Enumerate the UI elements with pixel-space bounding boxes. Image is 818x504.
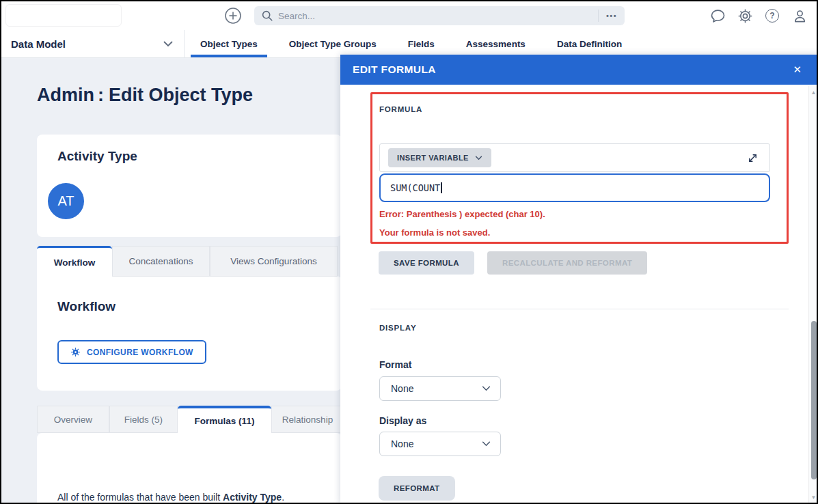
- chevron-down-icon: [482, 441, 491, 447]
- scroll-down-arrow[interactable]: ▼: [809, 494, 818, 501]
- module-nav-row: Data Model Object Types Object Type Grou…: [1, 30, 817, 58]
- settings-button[interactable]: [737, 8, 753, 24]
- active-tab-underline: [191, 55, 267, 57]
- user-menu-button[interactable]: [791, 8, 808, 24]
- detail-tab-bar: Overview Fields (5) Formulas (11) Relati…: [37, 406, 344, 433]
- search-more-button[interactable]: •••: [598, 10, 625, 22]
- tab-concatenations[interactable]: Concatenations: [112, 246, 210, 277]
- display-as-select[interactable]: None: [379, 432, 501, 456]
- edit-formula-panel: EDIT FORMULA ✕ FORMULA INSERT VARIABLE: [340, 55, 818, 504]
- search-bar[interactable]: •••: [254, 6, 625, 25]
- module-selector[interactable]: Data Model: [1, 30, 185, 57]
- panel-body: FORMULA INSERT VARIABLE: [340, 85, 818, 504]
- top-bar: ••• ?: [1, 1, 817, 30]
- page-title: Admin:Edit Object Type: [37, 85, 253, 106]
- help-button[interactable]: ?: [764, 8, 780, 24]
- formulas-note: All of the formulas that have been built…: [57, 492, 284, 503]
- messages-button[interactable]: [709, 8, 726, 24]
- tab-object-types[interactable]: Object Types: [185, 30, 273, 57]
- topbar-icon-group: ?: [709, 1, 808, 30]
- gear-icon: [70, 347, 81, 357]
- formula-error-message: Error: Parenthesis ) expected (char 10).: [379, 209, 545, 219]
- avatar: AT: [48, 183, 84, 219]
- tab-fields-count[interactable]: Fields (5): [109, 406, 178, 433]
- tab-fields[interactable]: Fields: [392, 30, 450, 57]
- scroll-thumb[interactable]: [811, 321, 817, 479]
- activity-type-title: Activity Type: [57, 149, 137, 164]
- tab-assessments[interactable]: Assessments: [450, 30, 541, 57]
- module-tabs: Object Types Object Type Groups Fields A…: [185, 30, 638, 57]
- reformat-button[interactable]: REFORMAT: [379, 476, 455, 501]
- configure-workflow-button[interactable]: CONFIGURE WORKFLOW: [57, 340, 206, 364]
- save-formula-button[interactable]: SAVE FORMULA: [379, 251, 474, 275]
- chevron-down-icon: [482, 386, 491, 391]
- formula-input[interactable]: SUM(COUNT: [379, 173, 770, 202]
- tab-relationship[interactable]: Relationship: [271, 406, 344, 433]
- tab-workflow[interactable]: Workflow: [37, 246, 112, 277]
- panel-scrollbar[interactable]: ▲ ▼: [808, 86, 818, 504]
- user-icon: [792, 8, 808, 24]
- formulas-card: All of the formulas that have been built…: [37, 433, 342, 504]
- search-input[interactable]: [278, 11, 598, 21]
- format-select[interactable]: None: [379, 376, 501, 401]
- formula-toolbar: INSERT VARIABLE: [379, 143, 770, 172]
- chevron-down-icon: [475, 156, 482, 160]
- formula-unsaved-message: Your formula is not saved.: [379, 227, 490, 238]
- help-icon: ?: [765, 9, 779, 23]
- gear-icon: [737, 8, 753, 24]
- section-divider: [370, 309, 789, 309]
- panel-title: EDIT FORMULA: [353, 64, 436, 76]
- workflow-card: Workflow CONFIGURE WORKFLOW: [37, 276, 342, 391]
- logo-placeholder: [5, 4, 122, 27]
- workflow-heading: Workflow: [57, 299, 115, 314]
- insert-variable-button[interactable]: INSERT VARIABLE: [388, 148, 491, 167]
- display-as-label: Display as: [379, 415, 426, 426]
- format-label: Format: [379, 359, 411, 370]
- tab-data-definition[interactable]: Data Definition: [541, 30, 638, 57]
- formula-section-label: FORMULA: [379, 105, 422, 113]
- display-section-label: DISPLAY: [379, 324, 416, 332]
- panel-header: EDIT FORMULA ✕: [340, 55, 818, 85]
- ellipsis-icon: •••: [606, 12, 617, 20]
- scroll-up-arrow[interactable]: ▲: [809, 89, 818, 96]
- plus-icon: [224, 7, 242, 25]
- chat-bubble-icon: [710, 8, 726, 24]
- activity-type-card: Activity Type AT: [37, 135, 342, 237]
- chevron-down-icon: [163, 41, 173, 47]
- recalculate-reformat-button: RECALCULATE AND REFORMAT: [487, 251, 647, 275]
- tab-object-type-groups[interactable]: Object Type Groups: [273, 30, 392, 57]
- workflow-tab-bar: Workflow Concatenations Views Configurat…: [37, 246, 338, 277]
- add-button[interactable]: [224, 7, 242, 25]
- tab-formulas-count[interactable]: Formulas (11): [178, 406, 271, 433]
- tab-overview[interactable]: Overview: [37, 406, 109, 433]
- app-window: ••• ?: [0, 0, 818, 504]
- search-icon: [261, 10, 273, 22]
- close-icon[interactable]: ✕: [793, 64, 802, 76]
- tab-views-configurations[interactable]: Views Configurations: [210, 246, 338, 277]
- module-label: Data Model: [11, 38, 66, 50]
- expand-icon[interactable]: [747, 152, 759, 164]
- text-cursor: [441, 182, 442, 193]
